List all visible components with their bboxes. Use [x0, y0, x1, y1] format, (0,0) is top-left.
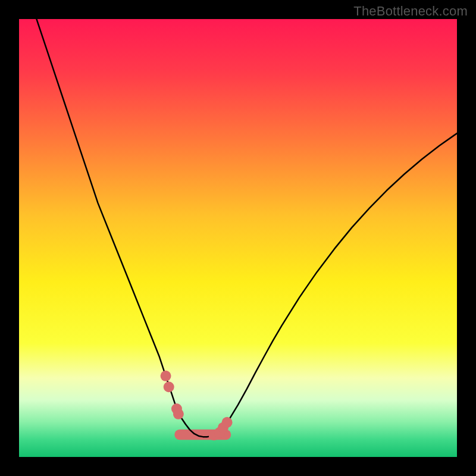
- curve-marker: [161, 371, 171, 381]
- bottleneck-curve: [36, 19, 457, 437]
- curve-layer: [19, 19, 457, 457]
- plot-area: [19, 19, 457, 457]
- watermark-text: TheBottleneck.com: [353, 4, 468, 19]
- chart-frame: TheBottleneck.com: [0, 0, 476, 476]
- curve-marker: [173, 409, 184, 419]
- curve-marker: [222, 417, 233, 428]
- curve-marker: [164, 381, 174, 392]
